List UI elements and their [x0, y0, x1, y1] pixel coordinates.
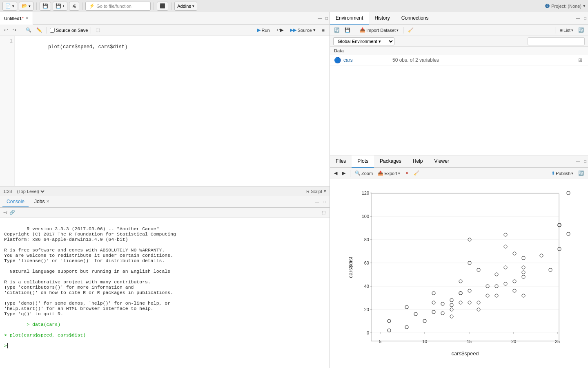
env-refresh-btn[interactable]: 🔄 — [577, 26, 586, 34]
console-cmd1: > data(cars) — [27, 322, 60, 327]
re-run-button[interactable]: ↩▶ — [274, 26, 286, 34]
plots-tab-plots[interactable]: Plots — [352, 155, 374, 168]
console-output[interactable]: R version 3.3.3 (2017-03-06) -- "Another… — [0, 218, 330, 368]
plots-tab-files[interactable]: Files — [330, 155, 352, 168]
env-search-input[interactable] — [528, 37, 585, 45]
plots-minimize-btn[interactable]: — — [575, 159, 581, 164]
svg-text:80: 80 — [364, 237, 369, 242]
redo-button[interactable]: ↪ — [11, 26, 18, 34]
env-tab-environment[interactable]: Environment — [330, 12, 369, 25]
publish-dropdown[interactable]: ▾ — [571, 171, 573, 175]
code-tools-button[interactable]: ⬛ — [157, 2, 168, 11]
plots-maximize-btn[interactable]: □ — [582, 159, 588, 164]
export-button[interactable]: 📤 Export ▾ — [376, 169, 402, 177]
toolbar-sep-3 — [154, 2, 154, 10]
find-in-code-button[interactable]: 🔍 — [24, 26, 33, 34]
svg-text:cars$speed: cars$speed — [451, 350, 479, 357]
plots-right-controls: ⬆ Publish ▾ 🔄 — [550, 169, 586, 177]
project-dropdown[interactable]: ▾ — [583, 3, 586, 9]
new-file-button[interactable]: 📄 ▾ — [2, 2, 17, 11]
history-tab-label: History — [374, 15, 390, 21]
right-panel: Environment History Connections — □ 🔄 💾 — [330, 12, 588, 368]
env-minimize-btn[interactable]: — — [575, 16, 581, 21]
cursor-position: 1:28 — [3, 189, 12, 194]
main-layout: Untitled1* ✕ — □ ↩ ↪ 🔍 ✏️ Source on S — [0, 12, 588, 368]
plots-tab-packages[interactable]: Packages — [374, 155, 407, 168]
edit-code-button[interactable]: ✏️ — [35, 26, 44, 34]
import-dataset-button[interactable]: 📥 Import Dataset ▾ — [358, 26, 400, 34]
publish-icon: ⬆ — [551, 171, 555, 176]
plots-sep-1 — [350, 170, 350, 177]
go-to-icon: ⚡ — [89, 3, 95, 9]
clean-env-button[interactable]: 🧹 — [406, 26, 415, 34]
env-content: Data 🔵 cars 50 obs. of 2 variables ⊞ — [330, 47, 588, 155]
save-all-button[interactable]: 💾+ — [53, 2, 67, 11]
list-dropdown[interactable]: ▾ — [571, 28, 573, 32]
editor-tab-close[interactable]: ✕ — [25, 16, 29, 20]
jobs-tab-close[interactable]: ✕ — [46, 199, 49, 204]
svg-text:60: 60 — [364, 260, 369, 265]
env-tab-history[interactable]: History — [369, 12, 395, 25]
editor-maximize-btn[interactable]: □ — [324, 16, 330, 21]
console-clear-btn[interactable]: ⬚ — [321, 210, 326, 215]
addins-button[interactable]: Addins ▾ — [174, 2, 197, 11]
source-on-save-checkbox[interactable]: Source on Save — [50, 28, 88, 33]
zoom-button[interactable]: 🔍 Zoom — [353, 169, 374, 177]
line-number-1: 1 — [2, 38, 13, 44]
zoom-editor-button[interactable]: ⬚ — [94, 26, 101, 34]
delete-plot-button[interactable]: ✕ — [403, 169, 410, 177]
delete-all-plots-button[interactable]: 🧹 — [412, 169, 421, 177]
source-on-save-check[interactable] — [50, 28, 55, 33]
import-dropdown[interactable]: ▾ — [396, 28, 399, 32]
environment-pane: Environment History Connections — □ 🔄 💾 — [330, 12, 588, 155]
plots-tab-viewer[interactable]: Viewer — [428, 155, 454, 168]
working-dir: ~/ — [3, 210, 7, 215]
addins-dropdown-icon: ▾ — [192, 4, 194, 8]
editor-minimize-btn[interactable]: — — [317, 16, 323, 21]
save-button[interactable]: 💾 — [40, 2, 51, 11]
run-label: Run — [262, 28, 270, 33]
list-view-label: List — [564, 28, 570, 33]
editor-tab-untitled1[interactable]: Untitled1* ✕ — [0, 12, 33, 25]
go-to-file-input[interactable]: ⚡ Go to file/function — [85, 2, 151, 11]
console-cursor[interactable] — [7, 343, 11, 348]
save-env-button[interactable]: 💾 — [343, 26, 352, 34]
global-env-select[interactable]: Global Environment ▾ — [333, 37, 394, 45]
console-maximize-btn[interactable]: □ — [321, 199, 327, 205]
env-maximize-btn[interactable]: □ — [582, 16, 588, 21]
project-text: Project: (None) — [551, 4, 581, 9]
plots-tab-help[interactable]: Help — [407, 155, 429, 168]
jobs-tab[interactable]: Jobs ✕ — [30, 197, 53, 207]
script-dropdown[interactable]: ▾ — [324, 188, 326, 194]
list-view-button[interactable]: ≡ List ▾ — [558, 26, 575, 34]
source-dropdown[interactable]: ▾ — [313, 27, 316, 33]
publish-button[interactable]: ⬆ Publish ▾ — [550, 169, 575, 177]
scatter-plot: 0 20 40 60 80 100 — [347, 186, 571, 361]
console-minimize-btn[interactable]: — — [314, 199, 320, 205]
new-dropdown-icon: ▾ — [12, 4, 14, 8]
env-tab-bar: Environment History Connections — □ — [330, 12, 588, 25]
export-dropdown[interactable]: ▾ — [398, 171, 400, 175]
open-file-button[interactable]: 📂 ▾ — [19, 2, 33, 11]
refresh-env-button[interactable]: 🔄 — [332, 26, 341, 34]
console-tab[interactable]: Console — [2, 197, 29, 207]
next-plot-button[interactable]: ▶ — [341, 169, 347, 177]
svg-rect-0 — [371, 194, 559, 341]
env-view-button[interactable]: ⊞ — [577, 56, 584, 64]
save-icon: 💾 — [42, 3, 48, 9]
env-section-header: Data — [330, 47, 588, 55]
env-tab-connections[interactable]: Connections — [396, 12, 434, 25]
env-row-cars: 🔵 cars 50 obs. of 2 variables ⊞ — [330, 55, 588, 65]
prev-plot-button[interactable]: ◀ — [332, 169, 339, 177]
source-button[interactable]: ▶▶ Source ▾ — [287, 26, 318, 34]
print-button[interactable]: 🖨 — [69, 2, 79, 11]
undo-button[interactable]: ↩ — [2, 26, 9, 34]
plot-options-button[interactable]: 🔄 — [577, 169, 586, 177]
code-editor[interactable]: plot(cars$speed, cars$dist) — [15, 36, 330, 186]
env-var-name[interactable]: cars — [343, 57, 392, 63]
editor-options-button[interactable]: ≡ — [320, 26, 327, 34]
plot-area: 0 20 40 60 80 100 — [330, 179, 588, 368]
scope-select[interactable]: (Top Level) — [15, 188, 46, 194]
status-scope: (Top Level) — [15, 188, 46, 194]
run-button[interactable]: ▶ Run — [255, 26, 272, 34]
